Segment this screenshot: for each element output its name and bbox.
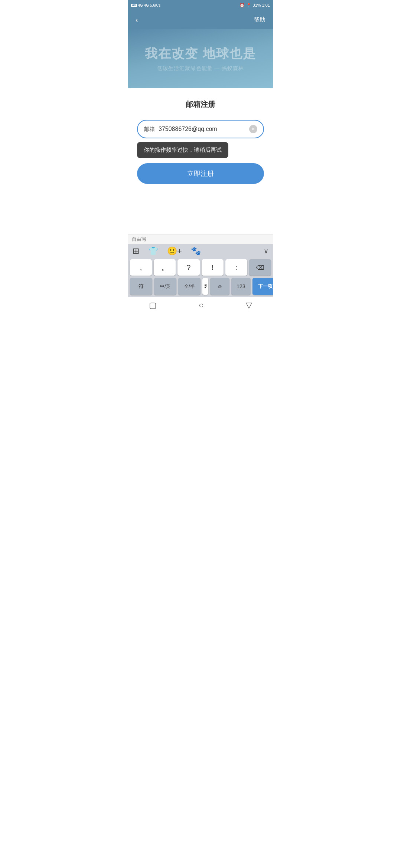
clear-button[interactable]: ✕ <box>249 125 257 133</box>
comma-key[interactable]: , <box>130 259 152 276</box>
colon-key[interactable]: : <box>225 259 247 276</box>
form-card: 邮箱注册 邮箱 ✕ 你的操作频率过快，请稍后再试 立即注册 <box>128 88 273 191</box>
keyboard-icons: ⊞ 👕 🙂+ 🐾 <box>133 246 201 256</box>
status-right: ⏰ 📍 31% 1:01 <box>239 3 270 8</box>
status-left: HD 4G 4G 5.6K/s <box>131 3 160 7</box>
lang-switch-key[interactable]: 中/英 <box>154 278 176 295</box>
nav-bar: ▢ ○ ▽ <box>128 297 273 313</box>
symbol-switch-key[interactable]: 符 <box>130 278 152 295</box>
exclaim-key[interactable]: ! <box>202 259 224 276</box>
error-tooltip: 你的操作频率过快，请稍后再试 <box>137 142 228 158</box>
network-info: 4G 4G 5.6K/s <box>138 3 161 7</box>
shirt-icon[interactable]: 👕 <box>148 246 158 256</box>
status-bar: HD 4G 4G 5.6K/s ⏰ 📍 31% 1:01 <box>128 0 273 10</box>
header: ‹ 帮助 <box>128 10 273 29</box>
hero-subtitle: 低碳生活汇聚绿色能量 — 蚂蚁森林 <box>157 65 244 72</box>
keyboard-toolbar: ⊞ 👕 🙂+ 🐾 ∨ <box>128 244 273 257</box>
num-key[interactable]: 123 <box>231 278 251 295</box>
question-key[interactable]: ? <box>177 259 199 276</box>
space-key[interactable]: 🎙 <box>202 278 208 295</box>
hero-title: 我在改变 地球也是 <box>145 45 256 62</box>
hero-section: 我在改变 地球也是 低碳生活汇聚绿色能量 — 蚂蚁森林 <box>128 29 273 88</box>
help-button[interactable]: 帮助 <box>254 16 265 24</box>
next-key[interactable]: 下一项 <box>252 278 273 295</box>
email-label: 邮箱 <box>144 126 155 133</box>
grid-icon[interactable]: ⊞ <box>133 246 139 256</box>
register-button[interactable]: 立即注册 <box>137 163 264 184</box>
form-title: 邮箱注册 <box>137 99 264 109</box>
nav-triangle-icon[interactable]: ▽ <box>246 300 252 310</box>
nav-square-icon[interactable]: ▢ <box>149 300 157 310</box>
back-button[interactable]: ‹ <box>136 16 138 24</box>
hd-indicator: HD <box>131 4 137 7</box>
spacer <box>128 191 273 234</box>
email-input-row: 邮箱 ✕ <box>137 120 264 138</box>
location-icon: 📍 <box>246 3 251 8</box>
free-write-label: 自由写 <box>128 234 273 244</box>
mic-icon: 🎙 <box>202 283 208 290</box>
face-icon[interactable]: 🐾 <box>191 246 201 256</box>
keyboard-collapse-button[interactable]: ∨ <box>264 247 268 255</box>
nav-circle-icon[interactable]: ○ <box>199 300 203 310</box>
battery-percent: 31% 1:01 <box>253 3 270 7</box>
full-half-key[interactable]: 全/半 <box>178 278 200 295</box>
emoji-plus-icon[interactable]: 🙂+ <box>167 246 182 256</box>
symbol-row: , 。 ? ! : ⌫ <box>128 257 273 277</box>
delete-key[interactable]: ⌫ <box>249 259 271 276</box>
function-row: 符 中/英 全/半 🎙 ☺ 123 下一项 <box>128 277 273 297</box>
emoji-key[interactable]: ☺ <box>210 278 229 295</box>
alarm-icon: ⏰ <box>239 3 245 8</box>
email-input[interactable] <box>159 126 249 132</box>
period-key[interactable]: 。 <box>154 259 176 276</box>
